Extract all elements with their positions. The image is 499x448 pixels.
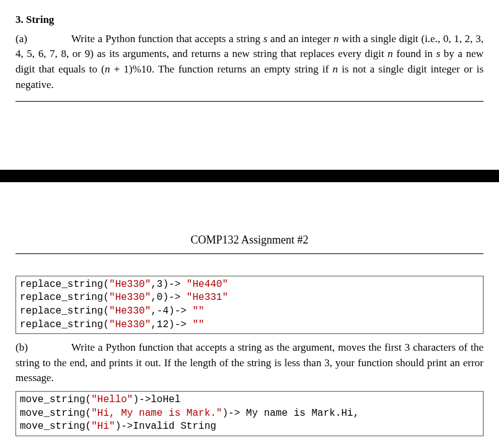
code-b-l1q: "Hello" [91,394,133,405]
code-b-l1a: move_string( [20,394,91,405]
page-break-bar [0,170,499,182]
part-a-label: (a) [15,32,71,47]
code-b-l2b: )-> My name is Mark.Hi, [222,408,359,419]
var-n-2: n [387,48,393,59]
part-a-t6: + 1)%10. The function returns an empty s… [110,63,332,75]
code-a-l3b: ,-4)-> [151,305,192,317]
code-b-l3b: )->Invalid String [115,421,216,432]
section-title: String [26,14,54,25]
code-a-l4b: ,12)-> [151,319,192,330]
code-a-l3q2: "" [192,305,204,317]
code-a-l4q1: "He330" [109,319,151,330]
section-number: 3. [15,14,24,25]
code-b-l2q: "Hi, My name is Mark." [91,408,222,419]
part-a-t4: found in [393,48,436,59]
code-b-l3a: move_string( [20,421,91,432]
code-a-l2q1: "He330" [109,292,151,303]
code-a-l2b: ,0)-> [151,292,187,303]
code-a-l3a: replace_string( [20,305,109,317]
code-b-l3q: "Hi" [91,421,115,432]
code-a-l1a: replace_string( [20,279,109,290]
code-a-l2q2: "He331" [187,292,228,303]
part-a-t2: and an integer [267,33,333,45]
part-b-body: Write a Python function that accepts a s… [15,341,484,384]
part-a-text: (a)Write a Python function that accepts … [15,32,484,93]
code-a-l4a: replace_string( [20,319,109,330]
page-gap-top [15,102,484,170]
code-a-l1q1: "He330" [109,279,151,290]
code-a-l1b: ,3)-> [151,279,187,290]
section-heading: 3. String [15,12,484,28]
page-header: COMP132 Assignment #2 [15,232,484,248]
page-gap-bottom [15,182,484,232]
page-header-rule [15,253,484,254]
code-box-b: move_string("Hello")->loHel move_string(… [15,391,484,436]
code-b-l2a: move_string( [20,408,91,419]
var-n-3: n [333,63,338,75]
code-b-l1b: )->loHel [133,394,180,405]
code-a-l1q2: "He440" [187,279,228,290]
code-a-l2a: replace_string( [20,292,109,303]
code-box-a: replace_string("He330",3)-> "He440" repl… [15,276,484,334]
part-b-label: (b) [15,340,71,356]
part-a-t1: Write a Python function that accepts a s… [71,33,263,45]
code-a-l3q1: "He330" [109,305,151,317]
code-a-l4q2: "" [192,319,204,330]
part-b-text: (b)Write a Python function that accepts … [15,340,484,386]
